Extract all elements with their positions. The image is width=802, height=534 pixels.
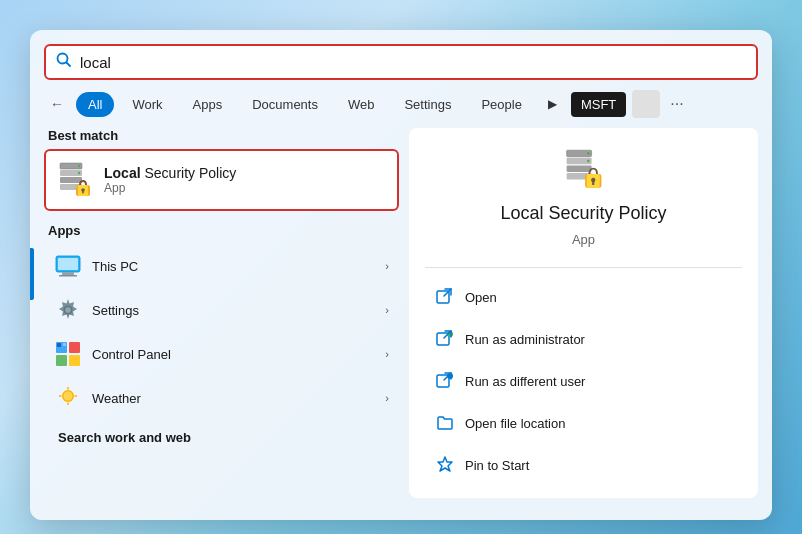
- svg-point-8: [78, 172, 80, 174]
- action-run-different-label: Run as different user: [465, 374, 585, 389]
- app-item-settings[interactable]: Settings ›: [44, 288, 399, 332]
- right-panel: Local Security Policy App Open: [409, 128, 758, 498]
- svg-rect-16: [59, 275, 77, 277]
- open-icon: [435, 287, 455, 307]
- tab-work[interactable]: Work: [120, 92, 174, 117]
- svg-line-44: [444, 289, 451, 296]
- best-match-text: Local Security Policy App: [104, 165, 236, 195]
- main-content: Best match: [44, 128, 758, 498]
- svg-rect-35: [566, 165, 591, 172]
- best-match-app-subtitle: App: [104, 181, 236, 195]
- weather-label: Weather: [92, 391, 375, 406]
- best-match-title: Best match: [44, 128, 399, 143]
- tab-documents[interactable]: Documents: [240, 92, 330, 117]
- control-panel-label: Control Panel: [92, 347, 375, 362]
- open-location-icon: [435, 413, 455, 433]
- action-open-label: Open: [465, 290, 497, 305]
- svg-point-7: [78, 165, 80, 167]
- this-pc-label: This PC: [92, 259, 375, 274]
- action-open-location[interactable]: Open file location: [425, 406, 742, 440]
- svg-point-37: [586, 152, 589, 155]
- svg-rect-12: [82, 191, 84, 194]
- settings-icon: [54, 296, 82, 324]
- detail-divider: [425, 267, 742, 268]
- accent-bar: [30, 248, 34, 300]
- svg-rect-23: [69, 355, 80, 366]
- pin-start-icon: [435, 455, 455, 475]
- svg-rect-14: [58, 258, 78, 270]
- detail-title: Local Security Policy: [500, 203, 666, 224]
- detail-subtitle: App: [572, 232, 595, 247]
- weather-icon: [54, 384, 82, 412]
- this-pc-chevron: ›: [385, 260, 389, 272]
- detail-local-security-policy-icon: [544, 148, 624, 191]
- svg-rect-24: [57, 343, 61, 347]
- svg-rect-21: [69, 342, 80, 353]
- best-match-item[interactable]: Local Security Policy App: [44, 149, 399, 211]
- action-open-location-label: Open file location: [465, 416, 565, 431]
- svg-point-19: [66, 308, 71, 313]
- best-match-app-title: Local Security Policy: [104, 165, 236, 181]
- left-panel: Best match: [44, 128, 399, 498]
- svg-rect-25: [63, 343, 66, 346]
- app-item-weather[interactable]: Weather ›: [44, 376, 399, 420]
- tab-all[interactable]: All: [76, 92, 114, 117]
- action-run-admin[interactable]: Run as administrator: [425, 322, 742, 356]
- svg-rect-5: [60, 177, 82, 183]
- app-item-this-pc[interactable]: This PC ›: [44, 244, 399, 288]
- svg-rect-42: [592, 181, 594, 185]
- control-panel-icon: [54, 340, 82, 368]
- action-pin-start[interactable]: Pin to Start: [425, 448, 742, 482]
- tab-settings[interactable]: Settings: [392, 92, 463, 117]
- this-pc-icon: [54, 252, 82, 280]
- svg-point-27: [64, 392, 73, 401]
- control-panel-chevron: ›: [385, 348, 389, 360]
- search-input[interactable]: [80, 54, 746, 71]
- tab-msft-button[interactable]: MSFT: [571, 92, 626, 117]
- search-work-web-label: Search work and web: [44, 430, 399, 445]
- svg-line-1: [67, 63, 71, 67]
- app-item-control-panel[interactable]: Control Panel ›: [44, 332, 399, 376]
- svg-rect-22: [56, 355, 67, 366]
- run-admin-icon: [435, 329, 455, 349]
- run-different-icon: [435, 371, 455, 391]
- tab-apps[interactable]: Apps: [181, 92, 235, 117]
- filter-tabs: ← All Work Apps Documents Web Settings P…: [44, 90, 758, 118]
- settings-label: Settings: [92, 303, 375, 318]
- search-icon: [56, 52, 72, 72]
- action-pin-start-label: Pin to Start: [465, 458, 529, 473]
- tab-more-button[interactable]: ···: [666, 91, 687, 117]
- tab-back-button[interactable]: ←: [44, 92, 70, 116]
- tab-web[interactable]: Web: [336, 92, 387, 117]
- search-bar: [44, 44, 758, 80]
- tab-play-button[interactable]: ▶: [540, 93, 565, 115]
- svg-rect-15: [62, 272, 74, 275]
- tab-people[interactable]: People: [469, 92, 533, 117]
- svg-point-38: [586, 160, 589, 163]
- action-open[interactable]: Open: [425, 280, 742, 314]
- action-run-admin-label: Run as administrator: [465, 332, 585, 347]
- tab-square-button[interactable]: [632, 90, 660, 118]
- action-run-different[interactable]: Run as different user: [425, 364, 742, 398]
- weather-chevron: ›: [385, 392, 389, 404]
- local-security-policy-icon: [56, 161, 94, 199]
- search-panel: ← All Work Apps Documents Web Settings P…: [30, 30, 772, 520]
- settings-chevron: ›: [385, 304, 389, 316]
- apps-section-title: Apps: [44, 223, 399, 238]
